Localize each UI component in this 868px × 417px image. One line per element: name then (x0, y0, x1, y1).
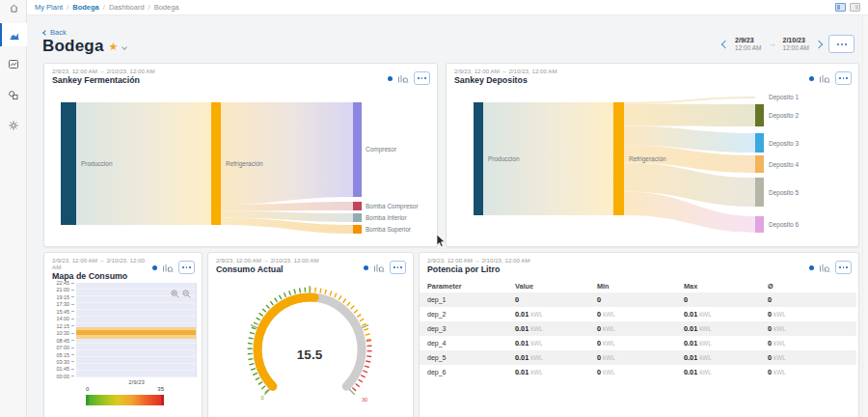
panel-more-options-button[interactable] (414, 71, 430, 85)
live-indicator-dot (152, 265, 157, 270)
panel-date-range: 2/9/23, 12:00 AM → 2/10/23, 12:00 AM (216, 257, 319, 264)
table-row-dep4[interactable]: dep_4 0.01kWL 0kWL 0.01kWL 0kWL (420, 336, 856, 350)
heatmap-ytick: 01:45 (57, 366, 70, 372)
node-deposito2[interactable] (755, 104, 764, 126)
sidebar-item-home[interactable] (0, 0, 27, 15)
node-refrigeracion[interactable] (613, 102, 624, 215)
chevron-left-icon (42, 30, 48, 36)
panel-title: Consumo Actual (216, 264, 319, 274)
node-bomba-compresor[interactable] (353, 202, 362, 210)
back-button[interactable]: Back (43, 28, 67, 37)
title-dropdown-chevron-icon[interactable] (122, 44, 128, 50)
gauge-value: 15.5 (297, 348, 323, 362)
page-title-row: Bodega ★ (42, 37, 126, 56)
breadcrumb-bar: My Plant / Bodega / Dashboard / Bodega (27, 0, 868, 15)
node-deposito3[interactable] (755, 133, 764, 153)
range-start[interactable]: 2/9/23 12:00 AM (735, 37, 761, 51)
colorbar[interactable] (86, 395, 164, 405)
flow-refrigeracion-deposito2[interactable] (624, 104, 755, 127)
node-compresor[interactable] (353, 102, 362, 197)
flow-refrigeracion-deposito1[interactable] (624, 97, 755, 104)
panel-sankey-fermentacion: 2/9/23, 12:00 AM → 2/10/23, 12:00 AM San… (43, 63, 438, 247)
scrollbar-track[interactable] (862, 15, 868, 417)
node-deposito6[interactable] (755, 216, 764, 233)
panel-more-options-button[interactable] (178, 261, 195, 274)
layout-toggle-right-icon[interactable] (850, 3, 860, 12)
param-cell: dep_3 (427, 325, 515, 332)
zoom-in-icon[interactable] (171, 285, 179, 302)
app-root: My Plant / Bodega / Dashboard / Bodega B… (0, 0, 868, 417)
range-start-time: 12:00 AM (735, 44, 761, 51)
breadcrumb-bodega[interactable]: Bodega (72, 3, 99, 12)
param-cell: dep_1 (427, 296, 515, 303)
table-row-dep2[interactable]: dep_2 0.01kWL 0kWL 0.01kWL 0kWL (420, 307, 856, 321)
colorbar-gradient (89, 395, 161, 405)
table-row-dep6[interactable]: dep_6 0.01kWL 0kWL 0.01kWL 0kWL (420, 365, 856, 379)
sankey-fermentacion-chart[interactable]: Produccion Refrigeración Compresor Bomba… (44, 64, 439, 248)
breadcrumb-separator: / (149, 3, 150, 12)
favorite-star-icon[interactable]: ★ (109, 42, 119, 52)
node-refrigeracion[interactable] (211, 102, 221, 225)
node-bomba-superior[interactable] (353, 225, 362, 234)
table-header-row: Parameter Value Min Max Ø (420, 279, 856, 292)
node-label-deposito1: Deposito 1 (769, 94, 799, 101)
analytics-chart-icon (9, 30, 20, 41)
heatmap-ytick: 00:00 (57, 374, 70, 379)
node-label-deposito4: Deposito 4 (769, 161, 799, 169)
node-label-deposito5: Deposito 5 (769, 189, 799, 197)
live-indicator-dot (809, 76, 814, 81)
table-row-dep3[interactable]: dep_3 0.01kWL 0kWL 0.01kWL 0kWL (420, 321, 856, 336)
explore-chart-icon[interactable] (397, 73, 409, 84)
sankey-depositos-chart[interactable]: Produccion Refrigeración Deposito 1 Depo… (447, 64, 860, 248)
table-row-dep1[interactable]: dep_1 0 0 0 0 (420, 292, 856, 307)
heatmap-ytick: 08:45 (57, 338, 70, 344)
param-cell: dep_6 (427, 369, 515, 375)
page-more-options-button[interactable] (828, 35, 854, 53)
sidebar (0, 0, 27, 417)
back-label: Back (50, 28, 67, 37)
panel-more-options-button[interactable] (390, 261, 406, 274)
node-deposito4[interactable] (755, 155, 764, 173)
table-body: dep_1 0 0 0 0 dep_2 0.01kWL 0kWL 0.01kWL… (420, 292, 856, 379)
next-range-button[interactable] (815, 40, 823, 47)
breadcrumb-separator: / (67, 3, 68, 12)
explore-chart-icon[interactable] (819, 263, 830, 273)
panel-more-options-button[interactable] (835, 71, 852, 85)
layout-toggle-left-icon[interactable] (835, 3, 846, 12)
explore-chart-icon[interactable] (819, 73, 830, 84)
col-max: Max (684, 282, 768, 291)
col-parameter: Parameter (427, 282, 515, 291)
panel-title: Mapa de Consumo (52, 271, 152, 281)
flow-refrigeracion-compresor[interactable] (221, 102, 353, 205)
node-label-bomba-inferior: Bomba Inferior (366, 214, 407, 221)
node-produccion[interactable] (61, 102, 76, 225)
previous-range-button[interactable] (721, 40, 729, 47)
panel-more-options-button[interactable] (835, 261, 852, 274)
node-label-compresor: Compresor (366, 146, 397, 153)
sidebar-item-dashboards[interactable] (0, 52, 27, 75)
heatmap-ytick: 07:00 (57, 345, 70, 350)
panel-title: Sankey Fermentación (52, 75, 155, 85)
colorbar-max-handle[interactable] (161, 395, 164, 405)
node-bomba-inferior[interactable] (353, 213, 362, 222)
range-arrow: → (769, 40, 776, 48)
node-deposito5[interactable] (755, 178, 764, 207)
node-produccion[interactable] (474, 102, 483, 215)
breadcrumb-my-plant[interactable]: My Plant (35, 3, 63, 12)
live-indicator-dot (388, 76, 393, 81)
heatmap-ytick: 19:15 (57, 294, 70, 300)
table-row-dep5[interactable]: dep_5 0.01kWL 0kWL 0.01kWL 0kWL (420, 350, 856, 365)
node-label-refrigeracion: Refrigeración (629, 155, 666, 163)
heatmap-hot-band-core (76, 330, 196, 335)
breadcrumb-dashboard[interactable]: Dashboard (109, 3, 145, 12)
sidebar-item-settings[interactable] (0, 114, 27, 137)
zoom-out-icon[interactable] (182, 285, 191, 302)
range-end[interactable]: 2/10/23 12:00 AM (783, 37, 809, 51)
sidebar-item-analytics[interactable] (0, 23, 27, 46)
sidebar-item-objects[interactable] (0, 83, 27, 106)
explore-chart-icon[interactable] (162, 263, 174, 273)
heatmap-ytick: 14:00 (57, 316, 70, 321)
explore-chart-icon[interactable] (373, 263, 385, 273)
heatmap-ytick: 05:15 (57, 352, 70, 358)
colorbar-max-label: 35 (149, 386, 164, 392)
